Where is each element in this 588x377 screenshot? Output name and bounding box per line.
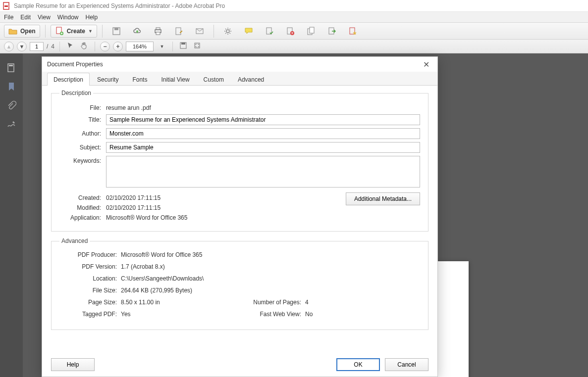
thumbnails-panel-button[interactable] xyxy=(6,62,17,73)
page-number-input[interactable] xyxy=(30,42,44,51)
mail-button[interactable] xyxy=(191,25,209,38)
speech-bubble-icon xyxy=(244,27,253,36)
fit-page-button[interactable] xyxy=(192,42,203,51)
subject-label: Subject: xyxy=(59,144,101,151)
additional-metadata-button[interactable]: Additional Metadata... xyxy=(346,192,420,205)
separator xyxy=(214,25,214,38)
open-button[interactable]: Open xyxy=(4,25,40,38)
hand-tool-button[interactable] xyxy=(79,42,90,51)
cloud-button[interactable] xyxy=(128,25,146,38)
comment-button[interactable] xyxy=(240,25,258,38)
help-button[interactable]: Help xyxy=(51,358,95,371)
save-copy-button[interactable] xyxy=(178,42,189,51)
selection-tool-button[interactable] xyxy=(65,42,76,51)
folder-open-icon xyxy=(8,27,17,36)
file-label: File: xyxy=(59,104,101,111)
title-bar: Sample Resume for an Experienced Systems… xyxy=(0,0,588,12)
document-properties-dialog: Document Properties ✕ Description Securi… xyxy=(42,56,438,377)
doc-delete-button[interactable] xyxy=(281,25,299,38)
tab-advanced[interactable]: Advanced xyxy=(231,73,270,86)
advanced-group: Advanced PDF Producer: Microsoft® Word f… xyxy=(51,237,428,330)
keywords-label: Keywords: xyxy=(59,156,101,164)
page-down-button[interactable]: ▼ xyxy=(17,42,27,51)
save-button[interactable] xyxy=(107,25,125,38)
settings-button[interactable] xyxy=(219,25,237,38)
bookmarks-panel-button[interactable] xyxy=(6,81,17,92)
app-pdf-icon xyxy=(3,2,11,10)
svg-rect-16 xyxy=(310,27,314,33)
dialog-tab-strip: Description Security Fonts Initial View … xyxy=(42,72,437,86)
keywords-input[interactable] xyxy=(106,156,420,188)
modified-row: Modified: 02/10/2020 17:11:15 xyxy=(59,204,420,211)
doc-copy-icon xyxy=(307,27,316,36)
main-toolbar: Open Create ▼ xyxy=(0,23,588,40)
description-legend: Description xyxy=(59,90,93,96)
number-pages-label: Number of Pages: xyxy=(237,299,301,306)
zoom-out-button[interactable]: − xyxy=(100,42,110,51)
svg-rect-8 xyxy=(156,32,160,35)
navigation-toolbar: ▲ ▼ / 4 − + 164% ▼ xyxy=(0,40,588,53)
doc-star-button[interactable] xyxy=(344,25,362,38)
pdf-version-value: 1.7 (Acrobat 8.x) xyxy=(121,263,417,270)
create-button[interactable]: Create ▼ xyxy=(51,25,97,38)
separator xyxy=(45,25,46,38)
signatures-panel-button[interactable] xyxy=(6,119,17,130)
side-panel xyxy=(0,53,23,377)
zoom-level-display[interactable]: 164% xyxy=(126,42,154,51)
tab-description[interactable]: Description xyxy=(47,73,90,86)
tab-initial-view[interactable]: Initial View xyxy=(155,73,196,86)
cursor-icon xyxy=(67,42,74,50)
doc-copy-button[interactable] xyxy=(302,25,320,38)
tab-fonts[interactable]: Fonts xyxy=(126,73,154,86)
arrow-up-icon: ▲ xyxy=(6,44,12,49)
title-input[interactable] xyxy=(106,114,420,125)
dialog-body: Description File: resume arun .pdf Title… xyxy=(42,86,437,353)
svg-rect-5 xyxy=(114,28,118,30)
menu-view[interactable]: View xyxy=(38,14,51,21)
dialog-title: Document Properties xyxy=(47,61,103,68)
file-size-label: File Size: xyxy=(62,287,117,294)
menu-file[interactable]: File xyxy=(4,14,13,21)
cancel-button[interactable]: Cancel xyxy=(385,358,428,371)
tab-custom[interactable]: Custom xyxy=(197,73,230,86)
svg-rect-23 xyxy=(9,65,13,66)
location-label: Location: xyxy=(62,275,117,282)
advanced-legend: Advanced xyxy=(59,237,90,244)
author-input[interactable] xyxy=(106,128,420,139)
subject-input[interactable] xyxy=(106,142,420,153)
menu-help[interactable]: Help xyxy=(86,14,98,21)
modified-label: Modified: xyxy=(59,204,101,211)
menu-edit[interactable]: Edit xyxy=(20,14,31,21)
chevron-down-icon: ▼ xyxy=(88,29,93,34)
print-button[interactable] xyxy=(149,25,167,38)
fast-web-view-value: No xyxy=(305,311,417,318)
pdf-producer-label: PDF Producer: xyxy=(62,251,117,258)
doc-export-button[interactable] xyxy=(323,25,341,38)
created-row: Created: 02/10/2020 17:11:15 Additional … xyxy=(59,194,420,201)
file-size-value: 264.64 KB (270,995 Bytes) xyxy=(121,287,417,294)
page-up-button[interactable]: ▲ xyxy=(4,42,14,51)
ok-button[interactable]: OK xyxy=(336,358,380,371)
page-size-label: Page Size: xyxy=(62,299,117,306)
subject-row: Subject: xyxy=(59,142,420,153)
create-pdf-icon xyxy=(55,27,64,36)
close-button[interactable]: ✕ xyxy=(420,59,432,70)
svg-rect-21 xyxy=(195,43,200,48)
attachments-panel-button[interactable] xyxy=(6,100,17,111)
advanced-grid: PDF Producer: Microsoft® Word for Office… xyxy=(59,249,420,323)
pdf-version-label: PDF Version: xyxy=(62,263,117,270)
author-label: Author: xyxy=(59,130,101,137)
svg-rect-1 xyxy=(4,5,8,7)
modified-value: 02/10/2020 17:11:15 xyxy=(106,204,160,211)
menu-window[interactable]: Window xyxy=(57,14,79,21)
plus-icon: + xyxy=(116,43,120,50)
zoom-in-button[interactable]: + xyxy=(113,42,123,51)
edit-button[interactable] xyxy=(170,25,188,38)
zoom-value: 164% xyxy=(133,44,147,49)
zoom-dropdown-button[interactable]: ▼ xyxy=(157,42,167,51)
application-row: Application: Microsoft® Word for Office … xyxy=(59,214,420,221)
tab-security[interactable]: Security xyxy=(91,73,125,86)
doc-check-button[interactable] xyxy=(261,25,278,38)
create-label: Create xyxy=(67,28,85,35)
page-size-value: 8.50 x 11.00 in xyxy=(121,299,233,306)
